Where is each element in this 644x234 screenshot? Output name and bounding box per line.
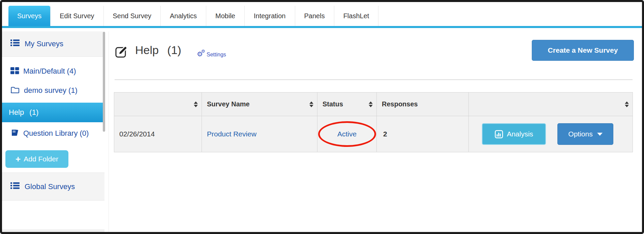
table-header-row: Survey Name Status Responses [114,93,633,116]
settings-label: Settings [207,52,226,58]
plus-icon: + [16,155,21,163]
options-button[interactable]: Options [557,123,613,145]
column-header-survey-name[interactable]: Survey Name [202,93,317,116]
cell-actions: Analysis Options [469,116,633,152]
gears-icon [197,51,206,58]
sidebar-item-label: demo survey (1) [24,86,78,95]
sort-icon [625,101,629,107]
analysis-button[interactable]: Analysis [482,123,546,145]
list-icon [10,182,20,192]
cell-survey-name: Product Review [202,116,317,152]
sort-icon [369,101,373,107]
sort-icon [194,101,198,107]
sidebar: My Surveys Main/Default (4) demo survey … [2,31,104,232]
column-header-date[interactable] [114,93,202,116]
sidebar-item-label: Help (1) [9,108,38,116]
grid-icon [10,68,19,76]
list-icon [10,39,20,49]
book-icon [10,130,19,138]
sidebar-item-my-surveys[interactable]: My Surveys [2,31,104,57]
column-header-actions[interactable] [469,93,633,116]
add-folder-button[interactable]: + Add Folder [5,150,68,168]
column-header-status[interactable]: Status [317,93,377,116]
options-label: Options [568,130,592,138]
tab-send-survey[interactable]: Send Survey [104,6,161,26]
tab-flashlet[interactable]: FlashLet [334,6,379,26]
sidebar-folder-list: Main/Default (4) demo survey (1) Help (1… [2,57,104,168]
cell-date: 02/26/2014 [114,116,202,152]
analysis-label: Analysis [507,130,533,138]
settings-link[interactable]: Settings [197,51,226,58]
bar-chart-icon [495,130,503,138]
status-link[interactable]: Active [337,130,357,138]
tab-surveys[interactable]: Surveys [8,6,50,26]
sidebar-item-label: Main/Default (4) [23,67,76,75]
column-header-responses[interactable]: Responses [377,93,469,116]
row-actions: Analysis Options [474,123,633,145]
surveys-table-wrap: Survey Name Status Responses [114,92,633,152]
sidebar-next-section-edge [2,230,104,232]
tab-mobile[interactable]: Mobile [206,6,245,26]
cell-status: Active [317,116,377,152]
tab-integration[interactable]: Integration [245,6,295,26]
add-folder-label: Add Folder [24,155,58,163]
create-new-survey-button[interactable]: Create a New Survey [532,40,634,61]
sidebar-item-label: Question Library (0) [23,129,89,137]
cell-responses: 2 [377,116,469,152]
surveys-table: Survey Name Status Responses [114,92,633,152]
sidebar-item-global-surveys[interactable]: Global Surveys [2,173,104,201]
sidebar-item-question-library[interactable]: Question Library (0) [2,124,104,144]
sidebar-item-help[interactable]: Help (1) [2,103,104,122]
tab-panels[interactable]: Panels [295,6,334,26]
folder-icon [10,87,20,96]
sidebar-item-demo-survey[interactable]: demo survey (1) [2,81,104,101]
header-divider [115,79,633,80]
sort-icon [309,101,313,107]
content-divider-line [109,31,109,232]
sidebar-item-label: My Surveys [25,40,63,48]
tab-analytics[interactable]: Analytics [161,6,206,26]
sidebar-scrollbar[interactable] [103,32,105,132]
survey-name-link[interactable]: Product Review [207,130,256,138]
page-title: Help (1) [135,44,181,57]
sidebar-item-main-default[interactable]: Main/Default (4) [2,62,104,81]
caret-down-icon [597,133,603,136]
edit-pencil-icon [115,45,129,60]
top-nav: Surveys Edit Survey Send Survey Analytic… [2,2,642,28]
app-window: Surveys Edit Survey Send Survey Analytic… [0,0,644,234]
table-row: 02/26/2014 Product Review Active 2 [114,116,633,152]
sidebar-item-label: Global Surveys [25,182,75,191]
tab-edit-survey[interactable]: Edit Survey [50,6,103,26]
